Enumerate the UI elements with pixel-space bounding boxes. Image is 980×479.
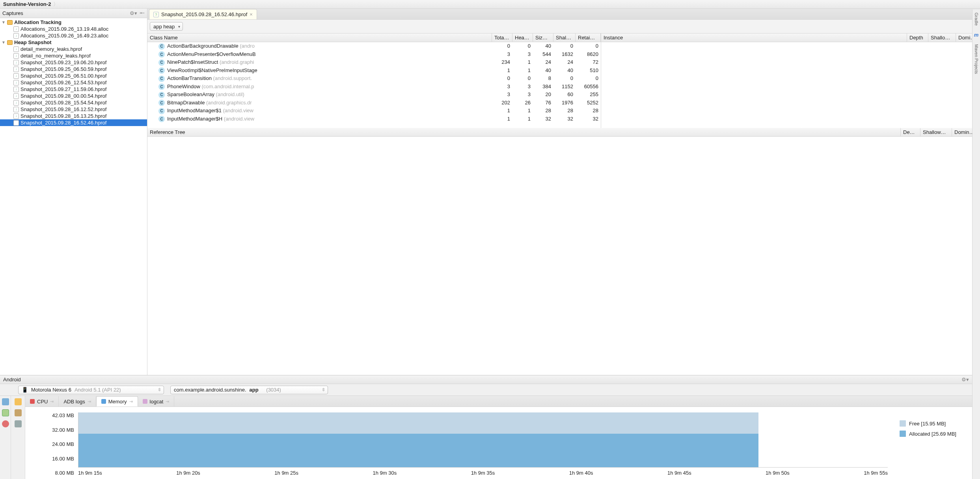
capture-file-icon: ↓ [13, 113, 19, 119]
instance-table-header[interactable]: Depth [907, 33, 928, 42]
class-table-header[interactable]: Tota… [492, 33, 512, 42]
gear-icon[interactable]: ⚙▾ [130, 10, 137, 16]
instance-table-header[interactable]: Shallo… [928, 33, 956, 42]
class-row[interactable]: CInputMethodManager$H (android.view11323… [147, 115, 601, 123]
pin-icon[interactable]: ⇥ [166, 399, 169, 404]
class-table-header[interactable]: Hea… [512, 33, 533, 42]
tree-item[interactable]: ↓Allocations_2015.09.26_13.19.48.alloc [0, 26, 147, 32]
android-panel: Android ⚙▾ ⭳ 📱 Motorola Nexus 6 Android … [0, 375, 980, 479]
capture-file-icon: ↓ [13, 80, 19, 85]
maven-tool-button[interactable]: Maven Projects [974, 44, 979, 74]
tree-item[interactable]: ↓detail_memory_leaks.hprof [0, 46, 147, 52]
tree-group-header[interactable]: ▼Allocation Tracking [0, 19, 147, 26]
gc-icon[interactable] [15, 398, 22, 405]
device-selector[interactable]: 📱 Motorola Nexus 6 Android 5.1 (API 22) [18, 386, 164, 394]
breadcrumb: Sunshine-Version-2 〉 [0, 0, 980, 9]
instance-table: InstanceDepthShallo…Domi… [601, 33, 980, 128]
reference-tree-table: Reference TreeDe…Shallow…Domin… [147, 128, 980, 375]
legend-free: Free [15.95 MB] [900, 420, 974, 427]
pin-icon[interactable]: ⇥ [129, 399, 133, 404]
editor-area: ? Snapshot_2015.09.28_16.52.46.hprof × a… [147, 9, 980, 375]
device-icon: 📱 [22, 387, 28, 393]
class-type-icon: C [158, 108, 165, 114]
pin-icon[interactable]: ⇥ [50, 399, 54, 404]
class-table-header[interactable]: Shal… [553, 33, 576, 42]
ref-tree-header[interactable]: De… [901, 128, 920, 136]
tree-item[interactable]: ↓Snapshot_2015.09.28_16.52.46.hprof [0, 119, 147, 126]
class-row[interactable]: CPhoneWindow (com.android.internal.p3338… [147, 83, 601, 91]
pin-icon[interactable]: ⇥ [88, 399, 91, 404]
gear-icon[interactable]: ⚙▾ [961, 377, 969, 382]
monitor-tab-adb-logs[interactable]: ADB logs ⇥ [59, 396, 96, 407]
tree-item[interactable]: ↓Snapshot_2015.09.28_15.54.54.hprof [0, 99, 147, 106]
class-type-icon: C [158, 76, 165, 82]
tree-item[interactable]: ↓Snapshot_2015.09.25_06.50.59.hprof [0, 66, 147, 72]
disclosure-triangle-icon: ▼ [2, 20, 6, 24]
tree-item[interactable]: ↓Snapshot_2015.09.23_19.06.20.hprof [0, 59, 147, 66]
class-type-icon: C [158, 59, 165, 66]
mem-tool-strip [11, 396, 25, 479]
dump-java-heap-icon[interactable] [15, 409, 22, 416]
tree-item[interactable]: ↓detail_no_memory_leaks.hprof [0, 52, 147, 59]
class-table-header[interactable]: Siz… [533, 33, 553, 42]
class-type-icon: C [158, 51, 165, 58]
y-tick: 24.00 MB [52, 441, 74, 447]
heap-selector[interactable]: app heap [150, 22, 183, 31]
class-row[interactable]: CActionMenuPresenter$OverflowMenuB 33544… [147, 50, 601, 59]
ref-tree-header[interactable]: Reference Tree [147, 128, 901, 136]
y-tick: 16.00 MB [52, 456, 74, 462]
device-name: Motorola Nexus 6 [31, 387, 71, 393]
class-table-header[interactable]: Class Name [147, 33, 492, 42]
disclosure-triangle-icon: ▼ [2, 40, 6, 45]
allocation-tracking-icon[interactable] [15, 420, 22, 427]
class-row[interactable]: CViewRootImpl$NativePreImeInputStage 114… [147, 67, 601, 75]
ref-tree-header[interactable]: Shallow… [920, 128, 952, 136]
breadcrumb-project[interactable]: Sunshine-Version-2 [3, 1, 51, 7]
breadcrumb-separator-icon: 〉 [53, 1, 58, 8]
class-type-icon: C [158, 100, 165, 106]
monitor-tab-cpu[interactable]: CPU ⇥ [25, 396, 59, 407]
capture-file-icon: ↓ [13, 60, 19, 65]
gradle-tool-button[interactable]: Gradle [974, 13, 979, 26]
tree-item[interactable]: ↓Snapshot_2015.09.27_11.59.06.hprof [0, 86, 147, 93]
captures-title: Captures [2, 10, 23, 16]
monitor-tab-icon [101, 399, 106, 404]
layout-inspector-icon[interactable] [2, 409, 9, 416]
instance-table-header[interactable]: Instance [601, 33, 907, 42]
class-type-icon: C [158, 43, 165, 50]
hide-panel-icon[interactable]: ⭰ [140, 10, 145, 16]
captures-panel: Captures ⚙▾ ⭰ ▼Allocation Tracking↓Alloc… [0, 9, 147, 375]
monitor-tab-logcat[interactable]: logcat ⇥ [138, 396, 175, 407]
tree-item[interactable]: ↓Snapshot_2015.09.26_12.54.53.hprof [0, 79, 147, 86]
x-tick: 1h 9m 15s [78, 470, 102, 476]
tree-group-header[interactable]: ▼Heap Snapshot [0, 39, 147, 46]
tree-item[interactable]: ↓Snapshot_2015.09.28_16.13.25.hprof [0, 113, 147, 119]
monitor-tab-memory[interactable]: Memory ⇥ [96, 396, 138, 407]
class-type-icon: C [158, 116, 165, 122]
class-row[interactable]: CBitmapDrawable (android.graphics.dr2022… [147, 99, 601, 107]
file-type-icon: ? [153, 12, 159, 17]
terminate-icon[interactable] [2, 420, 9, 427]
class-row[interactable]: CSparseBooleanArray (android.util)332060… [147, 91, 601, 99]
x-tick: 1h 9m 25s [274, 470, 298, 476]
legend-allocated: Allocated [25.69 MB] [900, 431, 974, 437]
capture-file-icon: ↓ [13, 46, 19, 52]
x-tick: 1h 9m 35s [471, 470, 495, 476]
tree-item[interactable]: ↓Snapshot_2015.09.28_16.12.52.hprof [0, 106, 147, 113]
tree-item[interactable]: ↓Allocations_2015.09.26_16.49.23.alloc [0, 32, 147, 39]
class-row[interactable]: CActionBarTransition (android.support.00… [147, 74, 601, 83]
close-tab-icon[interactable]: × [250, 11, 253, 17]
class-row[interactable]: CNinePatch$InsetStruct (android.graphi23… [147, 58, 601, 67]
editor-tab[interactable]: ? Snapshot_2015.09.28_16.52.46.hprof × [149, 9, 257, 19]
screenshot-icon[interactable] [2, 398, 9, 405]
x-tick: 1h 9m 45s [667, 470, 691, 476]
class-row[interactable]: CInputMethodManager$1 (android.view11282… [147, 107, 601, 115]
x-tick: 1h 9m 55s [864, 470, 888, 476]
class-table-header[interactable]: Retai… [576, 33, 601, 42]
tree-item[interactable]: ↓Snapshot_2015.09.28_00.00.54.hprof [0, 93, 147, 99]
capture-file-icon: ↓ [13, 120, 19, 126]
class-row[interactable]: CActionBarBackgroundDrawable (andro00400… [147, 42, 601, 50]
class-type-icon: C [158, 92, 165, 98]
tree-item[interactable]: ↓Snapshot_2015.09.25_06.51.00.hprof [0, 72, 147, 79]
process-selector[interactable]: com.example.android.sunshine.app (3034) [170, 386, 328, 394]
